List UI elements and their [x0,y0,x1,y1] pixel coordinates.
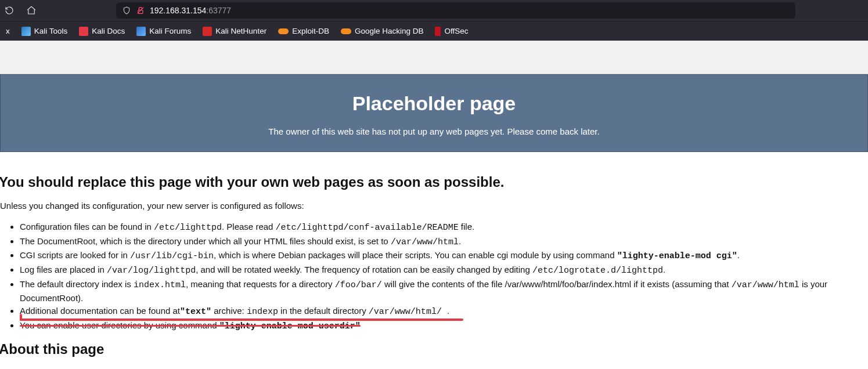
bookmark-kali-nethunter[interactable]: Kali NetHunter [200,25,269,38]
config-list: Configuration files can be found in /etc… [0,220,868,333]
kali-icon [21,27,31,36]
list-item-struck: You can enable user directories by using… [20,319,868,333]
bookmark-label: Kali Tools [34,27,68,35]
reload-button[interactable] [2,3,16,17]
ghd-icon [341,28,351,34]
heading-about: About this page [0,341,868,357]
bookmark-offsec[interactable]: OffSec [433,25,470,38]
page-top-gap [0,41,868,74]
heading-replace: You should replace this page with your o… [0,174,868,190]
url-text: 192.168.31.154:63777 [150,6,231,15]
bookmark-label: Kali Forums [149,27,191,35]
intro-paragraph: Unless you changed its configuration, yo… [0,200,868,212]
hero-banner: Placeholder page The owner of this web s… [0,74,868,152]
list-item-highlighted: Additional documentation can be found at… [20,305,868,319]
bookmark-kali-forums[interactable]: Kali Forums [134,25,193,38]
page-title: Placeholder page [6,92,862,115]
address-bar[interactable]: 192.168.31.154:63777 [116,2,795,19]
list-item: Configuration files can be found in /etc… [20,220,868,234]
url-host: 192.168.31.154 [150,6,206,15]
kali-docs-icon [79,27,88,36]
url-port: :63777 [206,6,231,15]
kali-forums-icon [136,27,146,36]
kali-nethunter-icon [203,27,212,36]
bookmark-kx[interactable]: x [3,25,12,37]
list-item: The default directory index is index.htm… [20,278,868,305]
list-item: The DocumentRoot, which is the directory… [20,235,868,249]
home-button[interactable] [24,3,38,17]
bookmarks-bar: x Kali Tools Kali Docs Kali Forums Kali … [0,21,868,41]
list-item: CGI scripts are looked for in /usr/lib/c… [20,249,868,263]
bookmark-label: OffSec [444,27,468,35]
bookmark-kali-tools[interactable]: Kali Tools [19,25,70,38]
bookmark-label: Exploit-DB [292,27,329,35]
lock-insecure-icon [136,6,145,15]
about-paragraph-1: This is a placeholder page installed by … [0,367,868,369]
hero-subtitle: The owner of this web site has not put u… [6,126,862,136]
browser-toolbar: 192.168.31.154:63777 [0,0,868,21]
list-item: Log files are placed in /var/log/lighttp… [20,263,868,277]
bookmark-label: Kali Docs [92,27,125,35]
offsec-icon [435,27,441,36]
red-annotation-strike [20,325,361,327]
bookmark-exploit-db[interactable]: Exploit-DB [276,25,332,37]
bookmark-google-hacking-db[interactable]: Google Hacking DB [338,25,426,37]
bookmark-kali-docs[interactable]: Kali Docs [77,25,127,38]
bookmark-label: x [6,27,10,35]
bookmark-label: Kali NetHunter [215,27,266,35]
exploit-db-icon [278,28,289,34]
bookmark-label: Google Hacking DB [355,27,424,35]
main-content: You should replace this page with your o… [0,152,868,369]
shield-icon [122,6,131,15]
